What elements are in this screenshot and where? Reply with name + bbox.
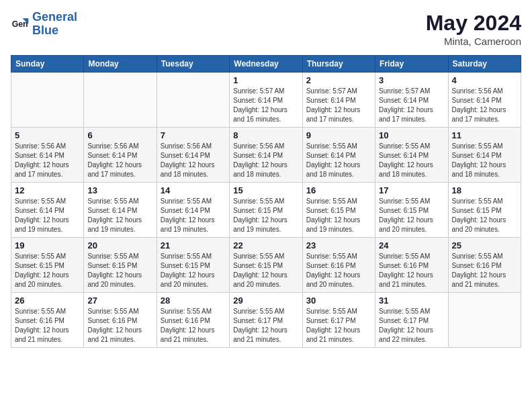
day-info: Sunrise: 5:55 AM Sunset: 6:16 PM Dayligh… [306,252,371,289]
calendar-cell: 22Sunrise: 5:55 AM Sunset: 6:15 PM Dayli… [230,238,302,293]
calendar-week-row: 19Sunrise: 5:55 AM Sunset: 6:15 PM Dayli… [11,238,521,293]
day-info: Sunrise: 5:55 AM Sunset: 6:16 PM Dayligh… [452,252,517,289]
day-number: 8 [233,130,298,140]
day-number: 15 [233,185,298,195]
calendar-cell: 6Sunrise: 5:56 AM Sunset: 6:14 PM Daylig… [84,128,157,183]
day-info: Sunrise: 5:55 AM Sunset: 6:17 PM Dayligh… [306,307,371,345]
day-info: Sunrise: 5:56 AM Sunset: 6:14 PM Dayligh… [87,142,152,179]
day-number: 7 [161,130,226,140]
day-number: 18 [452,185,517,195]
calendar-cell: 23Sunrise: 5:55 AM Sunset: 6:16 PM Dayli… [302,238,375,293]
calendar-cell: 2Sunrise: 5:57 AM Sunset: 6:14 PM Daylig… [302,73,375,128]
calendar-title: May 2024 [426,11,521,36]
calendar-week-row: 5Sunrise: 5:56 AM Sunset: 6:14 PM Daylig… [11,128,521,183]
day-info: Sunrise: 5:55 AM Sunset: 6:16 PM Dayligh… [379,252,444,289]
calendar-header-row: SundayMondayTuesdayWednesdayThursdayFrid… [11,56,521,73]
day-info: Sunrise: 5:55 AM Sunset: 6:16 PM Dayligh… [87,307,152,345]
day-info: Sunrise: 5:57 AM Sunset: 6:14 PM Dayligh… [379,87,444,124]
day-number: 19 [15,240,80,250]
day-number: 2 [306,75,371,85]
day-info: Sunrise: 5:55 AM Sunset: 6:15 PM Dayligh… [379,197,444,234]
calendar-cell: 20Sunrise: 5:55 AM Sunset: 6:15 PM Dayli… [84,238,157,293]
calendar-cell: 21Sunrise: 5:55 AM Sunset: 6:15 PM Dayli… [157,238,229,293]
calendar-cell: 27Sunrise: 5:55 AM Sunset: 6:16 PM Dayli… [84,293,157,348]
day-number: 20 [87,240,152,250]
day-number: 9 [306,130,371,140]
day-number: 21 [161,240,226,250]
day-info: Sunrise: 5:56 AM Sunset: 6:14 PM Dayligh… [161,142,226,179]
day-number: 31 [379,295,444,306]
day-number: 22 [233,240,298,250]
day-info: Sunrise: 5:55 AM Sunset: 6:14 PM Dayligh… [87,197,152,234]
calendar-cell: 7Sunrise: 5:56 AM Sunset: 6:14 PM Daylig… [157,128,229,183]
day-number: 11 [452,130,517,140]
day-number: 17 [379,185,444,195]
day-of-week-header: Saturday [448,56,521,73]
calendar-cell: 3Sunrise: 5:57 AM Sunset: 6:14 PM Daylig… [375,73,448,128]
calendar-week-row: 26Sunrise: 5:55 AM Sunset: 6:16 PM Dayli… [11,293,521,348]
page-header: Gen General Blue May 2024 Minta, Cameroo… [11,11,521,47]
day-number: 4 [452,75,517,85]
calendar-cell: 4Sunrise: 5:56 AM Sunset: 6:14 PM Daylig… [448,73,521,128]
day-number: 24 [379,240,444,250]
day-of-week-header: Friday [375,56,448,73]
day-info: Sunrise: 5:55 AM Sunset: 6:14 PM Dayligh… [379,142,444,179]
calendar-cell: 12Sunrise: 5:55 AM Sunset: 6:14 PM Dayli… [11,183,84,238]
day-of-week-header: Monday [84,56,157,73]
calendar-cell: 30Sunrise: 5:55 AM Sunset: 6:17 PM Dayli… [302,293,375,348]
calendar-cell: 24Sunrise: 5:55 AM Sunset: 6:16 PM Dayli… [375,238,448,293]
day-info: Sunrise: 5:55 AM Sunset: 6:17 PM Dayligh… [379,307,444,345]
day-number: 14 [161,185,226,195]
calendar-cell [448,293,521,348]
calendar-cell: 10Sunrise: 5:55 AM Sunset: 6:14 PM Dayli… [375,128,448,183]
calendar-cell: 26Sunrise: 5:55 AM Sunset: 6:16 PM Dayli… [11,293,84,348]
day-number: 23 [306,240,371,250]
day-number: 5 [15,130,80,140]
day-number: 10 [379,130,444,140]
logo-text: General Blue [32,11,77,38]
day-info: Sunrise: 5:55 AM Sunset: 6:15 PM Dayligh… [15,252,80,289]
day-number: 27 [87,295,152,306]
day-of-week-header: Wednesday [230,56,302,73]
calendar-cell: 25Sunrise: 5:55 AM Sunset: 6:16 PM Dayli… [448,238,521,293]
calendar-cell: 8Sunrise: 5:56 AM Sunset: 6:14 PM Daylig… [230,128,302,183]
day-info: Sunrise: 5:57 AM Sunset: 6:14 PM Dayligh… [233,87,298,124]
calendar-cell: 31Sunrise: 5:55 AM Sunset: 6:17 PM Dayli… [375,293,448,348]
day-info: Sunrise: 5:55 AM Sunset: 6:16 PM Dayligh… [15,307,80,345]
day-number: 25 [452,240,517,250]
day-info: Sunrise: 5:55 AM Sunset: 6:15 PM Dayligh… [233,252,298,289]
calendar-subtitle: Minta, Cameroon [426,36,521,47]
calendar-week-row: 12Sunrise: 5:55 AM Sunset: 6:14 PM Dayli… [11,183,521,238]
calendar-cell: 18Sunrise: 5:55 AM Sunset: 6:15 PM Dayli… [448,183,521,238]
day-of-week-header: Thursday [302,56,375,73]
calendar-cell: 13Sunrise: 5:55 AM Sunset: 6:14 PM Dayli… [84,183,157,238]
calendar-cell: 9Sunrise: 5:55 AM Sunset: 6:14 PM Daylig… [302,128,375,183]
day-number: 13 [87,185,152,195]
calendar-cell [157,73,229,128]
day-info: Sunrise: 5:55 AM Sunset: 6:16 PM Dayligh… [161,307,226,345]
day-info: Sunrise: 5:55 AM Sunset: 6:14 PM Dayligh… [452,142,517,179]
day-info: Sunrise: 5:57 AM Sunset: 6:14 PM Dayligh… [306,87,371,124]
day-number: 26 [15,295,80,306]
calendar-cell: 15Sunrise: 5:55 AM Sunset: 6:15 PM Dayli… [230,183,302,238]
day-number: 16 [306,185,371,195]
day-of-week-header: Sunday [11,56,84,73]
day-info: Sunrise: 5:56 AM Sunset: 6:14 PM Dayligh… [452,87,517,124]
calendar-cell [84,73,157,128]
day-number: 29 [233,295,298,306]
day-info: Sunrise: 5:55 AM Sunset: 6:15 PM Dayligh… [233,197,298,234]
calendar-cell: 17Sunrise: 5:55 AM Sunset: 6:15 PM Dayli… [375,183,448,238]
calendar-cell: 14Sunrise: 5:55 AM Sunset: 6:14 PM Dayli… [157,183,229,238]
day-number: 1 [233,75,298,85]
calendar-cell [11,73,84,128]
day-info: Sunrise: 5:55 AM Sunset: 6:14 PM Dayligh… [15,197,80,234]
day-number: 30 [306,295,371,306]
day-info: Sunrise: 5:56 AM Sunset: 6:14 PM Dayligh… [15,142,80,179]
day-info: Sunrise: 5:55 AM Sunset: 6:14 PM Dayligh… [161,197,226,234]
day-info: Sunrise: 5:56 AM Sunset: 6:14 PM Dayligh… [233,142,298,179]
day-info: Sunrise: 5:55 AM Sunset: 6:14 PM Dayligh… [306,142,371,179]
logo-general: General [32,10,77,24]
calendar-table: SundayMondayTuesdayWednesdayThursdayFrid… [11,55,521,348]
day-info: Sunrise: 5:55 AM Sunset: 6:15 PM Dayligh… [161,252,226,289]
logo-blue: Blue [32,24,58,37]
